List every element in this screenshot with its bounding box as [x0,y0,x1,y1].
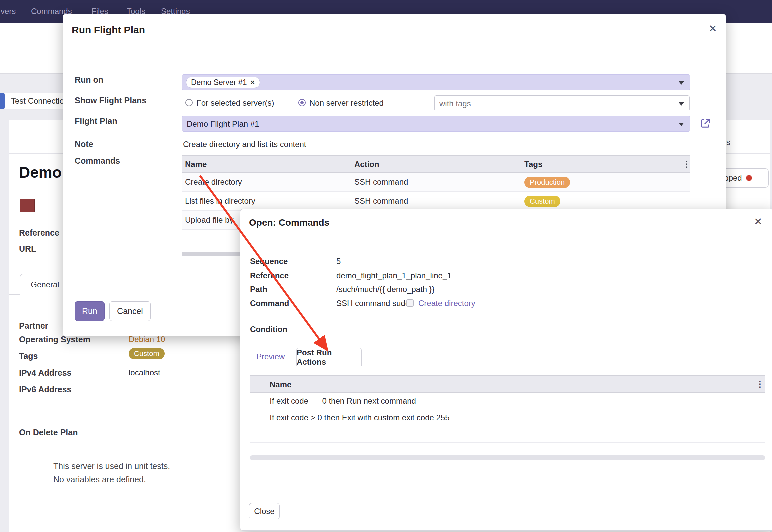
field-label-reference: Reference [19,228,59,238]
unit-test-note-line1: This server is used in unit tests. [53,461,170,471]
status-stopped-dot-icon [746,175,752,181]
sequence-label: Sequence [250,257,288,266]
tab-post-run-actions-label: Post Run Actions [297,348,361,367]
row1-tag-badge: Production [524,177,570,188]
actions-table-header [250,375,765,393]
field-divider [332,253,332,307]
chip-remove-icon[interactable]: ✕ [250,79,255,86]
row2-action: SSH command [354,196,408,206]
server-chip[interactable]: Demo Server #1 ✕ [186,77,260,88]
action-row1: If exit code == 0 then Run next command [270,396,416,406]
note-label: Note [75,139,93,149]
row1-action: SSH command [354,177,408,187]
screen: vers Commands Files Tools Settings Test … [0,0,772,532]
field-label-url: URL [19,244,36,254]
field-divider [332,320,332,336]
field-label-ipv6: IPv6 Address [19,385,71,394]
condition-label: Condition [250,325,287,334]
run-button[interactable]: Run [75,301,105,321]
with-tags-placeholder: with tags [439,99,471,108]
path-label: Path [250,285,267,294]
action-row2: If exit code > 0 then Exit with custom e… [270,413,450,422]
run-on-select[interactable]: Demo Server #1 ✕ [182,74,690,90]
flight-plan-select[interactable]: Demo Flight Plan #1 [182,116,690,132]
commands-label: Commands [75,156,120,166]
col-header-action[interactable]: Action [354,160,379,169]
row1-name: Create directory [185,177,242,187]
command-value: SSH command sudo [336,299,410,308]
close-button[interactable]: Close [249,503,280,519]
field-label-tags: Tags [19,351,38,361]
reference-label: Reference [250,271,289,280]
field-label-partner: Partner [19,321,48,331]
note-value: Create directory and list its content [183,140,306,149]
path-value: /such/much/{{ demo_path }} [336,285,435,294]
radio-non-server-restricted[interactable] [298,99,306,106]
tab-post-run-actions[interactable]: Post Run Actions [296,348,362,366]
nav-item-servers[interactable]: vers [1,7,16,16]
unit-test-note-line2: No variables are defined. [53,475,146,484]
external-link-icon[interactable] [699,117,711,129]
col-header-tags[interactable]: Tags [524,160,542,169]
server-chip-label: Demo Server #1 [191,78,247,87]
radio-non-server-restricted-label[interactable]: Non server restricted [309,98,384,108]
chevron-down-icon[interactable] [679,102,684,106]
sequence-value: 5 [336,257,341,266]
tags-badge-custom[interactable]: Custom [129,348,165,359]
show-flight-plans-label: Show Flight Plans [75,96,146,105]
tab-preview[interactable]: Preview [256,352,285,361]
radio-selected-servers[interactable] [185,99,193,106]
with-tags-select[interactable]: with tags [434,95,690,111]
open-commands-modal: Open: Commands ✕ Sequence Reference Path… [240,209,772,531]
tab-general-label: General [31,280,59,289]
commands-table-header [182,155,690,173]
radio-selected-servers-label[interactable]: For selected server(s) [196,98,274,108]
table-row-empty [250,426,765,443]
command-label: Command [250,299,289,308]
col-header-name[interactable]: Name [185,160,207,169]
table-row[interactable] [182,192,690,211]
chevron-down-icon[interactable] [679,81,684,85]
row2-tag-badge: Custom [524,196,560,207]
left-edge-button[interactable] [0,93,5,109]
flight-plan-value: Demo Flight Plan #1 [187,119,259,129]
reference-value: demo_flight_plan_1_plan_line_1 [336,271,452,280]
field-label-on-delete-plan: On Delete Plan [19,428,78,437]
layout-divider [176,264,176,294]
flight-plan-label: Flight Plan [75,116,117,126]
command-link[interactable]: Create directory [418,299,475,308]
row2-name: List files in directory [185,196,255,206]
horizontal-scrollbar[interactable] [250,455,765,460]
table-row[interactable] [182,173,690,192]
test-connection-label: Test Connection [11,96,68,106]
ipv4-value: localhost [129,368,160,377]
actions-table-kebab-icon[interactable]: ⋮ [756,380,764,388]
cancel-button[interactable]: Cancel [109,301,151,321]
commands-modal-close-icon[interactable]: ✕ [754,217,762,227]
run-on-label: Run on [75,75,103,85]
actions-col-header-name[interactable]: Name [270,380,291,389]
command-checkbox[interactable] [406,299,414,307]
row3-name: Upload file by [185,215,233,225]
run-modal-close-icon[interactable]: ✕ [709,24,717,34]
commands-modal-title: Open: Commands [249,217,329,228]
field-label-ipv4: IPv4 Address [19,368,71,378]
chevron-down-icon[interactable] [679,123,684,126]
table-options-kebab-icon[interactable]: ⋮ [682,160,691,168]
color-swatch[interactable] [20,199,35,212]
run-modal-title: Run Flight Plan [72,24,145,36]
form-column-divider [120,319,120,445]
